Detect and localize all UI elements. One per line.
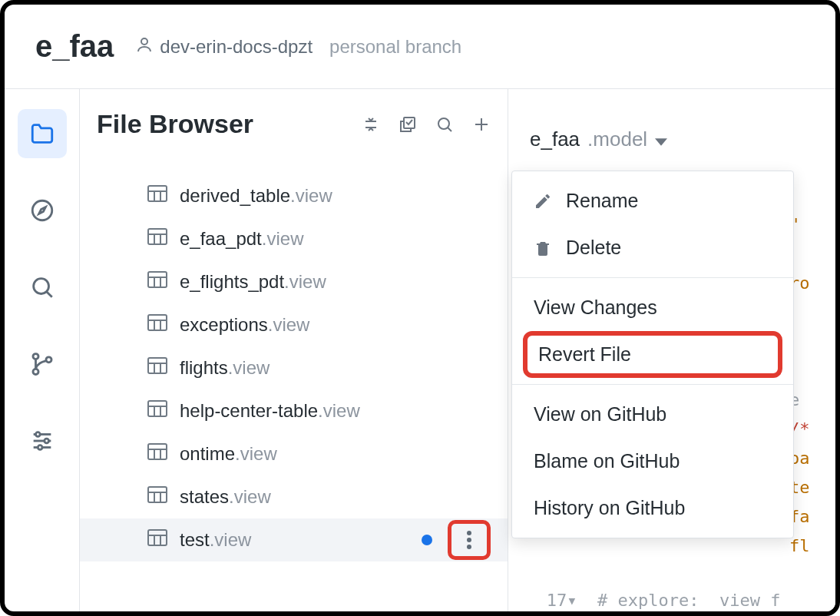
- tab-caret-icon: [655, 128, 667, 151]
- file-row[interactable]: test.view: [80, 518, 508, 561]
- project-title: e_faa: [35, 29, 114, 64]
- svg-point-12: [44, 439, 48, 443]
- svg-rect-21: [148, 186, 167, 201]
- file-browser-panel: File Browser derived_table.viewe_faa_pdt…: [80, 89, 508, 611]
- file-name: derived_table.view: [180, 185, 332, 207]
- add-icon[interactable]: [472, 115, 491, 134]
- file-row[interactable]: e_faa_pdt.view: [80, 217, 508, 260]
- user-icon: [135, 35, 154, 58]
- branch-name: dev-erin-docs-dpzt: [160, 36, 313, 58]
- svg-point-6: [32, 369, 38, 374]
- view-file-icon: [147, 271, 167, 293]
- svg-rect-41: [148, 401, 167, 416]
- menu-delete-label: Delete: [566, 237, 621, 259]
- svg-point-13: [38, 445, 42, 450]
- view-file-icon: [147, 443, 167, 465]
- menu-history-github-label: History on GitHub: [534, 497, 685, 519]
- menu-revert-label: Revert File: [538, 343, 631, 365]
- svg-rect-37: [148, 358, 167, 373]
- rail-git[interactable]: [18, 339, 67, 389]
- branch-selector[interactable]: dev-erin-docs-dpzt personal branch: [135, 35, 461, 58]
- file-actions-highlight: [448, 520, 491, 560]
- view-file-icon: [147, 529, 167, 551]
- menu-view-github-label: View on GitHub: [534, 403, 666, 426]
- svg-rect-25: [148, 229, 167, 244]
- file-context-menu: Rename Delete View Changes Revert File V…: [511, 171, 794, 538]
- file-name: states.view: [180, 486, 271, 508]
- file-browser-toolbar: [362, 115, 491, 134]
- svg-rect-33: [148, 315, 167, 330]
- svg-line-18: [448, 128, 451, 131]
- menu-separator: [512, 277, 793, 278]
- file-name: flights.view: [180, 357, 270, 379]
- svg-line-4: [46, 292, 51, 297]
- svg-point-0: [141, 38, 147, 45]
- menu-separator-2: [512, 384, 793, 385]
- rail-explore[interactable]: [18, 186, 67, 235]
- view-file-icon: [147, 486, 167, 508]
- collapse-icon[interactable]: [362, 115, 380, 134]
- menu-view-changes-label: View Changes: [534, 296, 657, 319]
- svg-rect-29: [148, 272, 167, 287]
- svg-point-3: [33, 279, 48, 294]
- tab-base: e_faa: [530, 128, 580, 151]
- menu-delete[interactable]: Delete: [512, 224, 793, 271]
- file-list: derived_table.viewe_faa_pdt.viewe_flight…: [80, 154, 508, 611]
- app-window: e_faa dev-erin-docs-dpzt personal branch: [0, 0, 840, 616]
- search-icon[interactable]: [435, 115, 454, 134]
- code-peek: " ro e /* oa te fa fl: [789, 181, 835, 590]
- file-row-trailer: [422, 520, 491, 560]
- file-row[interactable]: ontime.view: [80, 432, 508, 475]
- rail-search[interactable]: [18, 263, 67, 312]
- menu-view-github[interactable]: View on GitHub: [512, 391, 793, 438]
- rail-settings[interactable]: [18, 416, 67, 465]
- tab-ext: .model: [587, 128, 647, 151]
- view-file-icon: [147, 400, 167, 422]
- editor-tab[interactable]: e_faa.model: [508, 112, 835, 167]
- menu-history-github[interactable]: History on GitHub: [512, 485, 793, 532]
- file-row[interactable]: states.view: [80, 475, 508, 518]
- file-row[interactable]: exceptions.view: [80, 303, 508, 346]
- file-browser-header: File Browser: [80, 109, 508, 154]
- menu-rename-label: Rename: [566, 190, 639, 212]
- menu-view-changes[interactable]: View Changes: [512, 284, 793, 331]
- file-row[interactable]: derived_table.view: [80, 174, 508, 217]
- left-rail: [5, 89, 80, 611]
- menu-blame-github[interactable]: Blame on GitHub: [512, 438, 793, 485]
- svg-rect-49: [148, 487, 167, 502]
- svg-point-5: [32, 354, 38, 359]
- header-bar: e_faa dev-erin-docs-dpzt personal branch: [5, 5, 835, 89]
- file-name: help-center-table.view: [180, 400, 360, 422]
- file-row[interactable]: flights.view: [80, 346, 508, 389]
- file-browser-title: File Browser: [97, 109, 362, 139]
- file-row[interactable]: e_flights_pdt.view: [80, 260, 508, 303]
- svg-point-59: [467, 545, 471, 549]
- file-name: exceptions.view: [180, 314, 309, 336]
- svg-point-58: [467, 538, 471, 542]
- svg-marker-60: [655, 138, 667, 146]
- svg-rect-45: [148, 444, 167, 459]
- rail-file-browser[interactable]: [18, 109, 67, 158]
- modified-dot-icon: [422, 535, 432, 545]
- svg-marker-2: [38, 207, 45, 214]
- svg-point-7: [45, 357, 51, 363]
- view-file-icon: [147, 357, 167, 379]
- svg-point-1: [32, 200, 52, 220]
- menu-revert-file[interactable]: Revert File: [523, 331, 782, 378]
- file-actions-button[interactable]: [456, 527, 482, 553]
- view-file-icon: [147, 314, 167, 336]
- menu-blame-github-label: Blame on GitHub: [534, 450, 680, 472]
- file-name: e_flights_pdt.view: [180, 271, 326, 293]
- view-file-icon: [147, 185, 167, 207]
- bulk-select-icon[interactable]: [399, 115, 417, 134]
- file-name: e_faa_pdt.view: [180, 228, 303, 250]
- menu-rename[interactable]: Rename: [512, 177, 793, 224]
- svg-point-57: [467, 531, 471, 535]
- code-bottom-line: 17▾ # explore: view f: [508, 589, 835, 611]
- file-name: test.view: [180, 529, 251, 551]
- svg-point-11: [35, 432, 40, 437]
- branch-kind: personal branch: [329, 36, 461, 58]
- svg-rect-53: [148, 530, 167, 545]
- view-file-icon: [147, 228, 167, 250]
- file-row[interactable]: help-center-table.view: [80, 389, 508, 432]
